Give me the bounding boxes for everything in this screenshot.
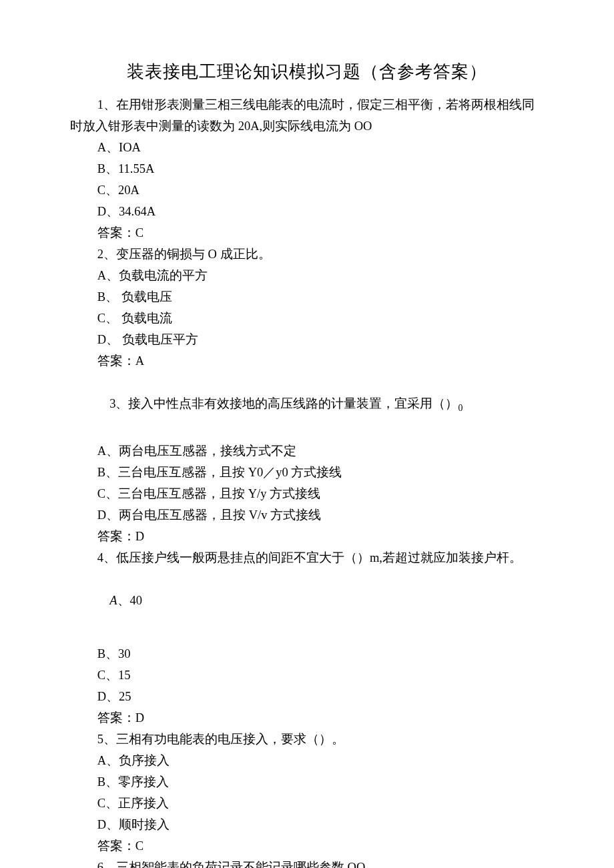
q5-option-b: B、零序接入 xyxy=(70,771,544,793)
q5-option-a: A、负序接入 xyxy=(70,750,544,771)
q4-option-c: C、15 xyxy=(70,665,544,686)
q6-stem: 6、三相智能表的负荷记录不能记录哪些参数 OO xyxy=(70,857,544,868)
q4-option-a-prefix: A xyxy=(109,594,117,607)
q3-stem-pre: 3、接入中性点非有效接地的高压线路的计量装置，宜采用（） xyxy=(109,397,458,410)
q1-option-c: C、20A xyxy=(70,179,544,201)
q5-stem: 5、三相有功电能表的电压接入，要求（）。 xyxy=(70,729,544,750)
q2-option-d: D、 负载电压平方 xyxy=(70,329,544,350)
q4-option-b: B、30 xyxy=(70,643,544,665)
q3-option-d: D、两台电压互感器，且按 V/v 方式接线 xyxy=(70,504,544,526)
q3-option-a: A、两台电压互感器，接线方式不定 xyxy=(70,440,544,462)
q3-answer: 答案：D xyxy=(70,526,544,547)
q5-option-c: C、正序接入 xyxy=(70,793,544,814)
q2-option-a: A、负载电流的平方 xyxy=(70,265,544,286)
q3-stem: 3、接入中性点非有效接地的高压线路的计量装置，宜采用（）0 xyxy=(70,372,544,440)
q3-option-b: B、三台电压互感器，且按 Y0／y0 方式接线 xyxy=(70,462,544,483)
q4-option-d: D、25 xyxy=(70,686,544,707)
q5-option-d: D、顺时接入 xyxy=(70,814,544,835)
q2-option-b: B、 负载电压 xyxy=(70,286,544,308)
q3-stem-sub: 0 xyxy=(458,403,463,413)
q2-option-c: C、 负载电流 xyxy=(70,308,544,329)
q1-option-a: A、IOA xyxy=(70,137,544,158)
q2-stem: 2、变压器的铜损与 O 成正比。 xyxy=(70,244,544,265)
q1-answer: 答案：C xyxy=(70,222,544,244)
spacer xyxy=(70,632,544,643)
page-title: 装表接电工理论知识模拟习题（含参考答案） xyxy=(70,60,544,83)
q4-stem: 4、低压接户线一般两悬挂点的间距不宜大于（）m,若超过就应加装接户杆。 xyxy=(70,547,544,568)
q4-option-a: A、40 xyxy=(70,568,544,632)
q5-answer: 答案：C xyxy=(70,835,544,857)
q2-answer: 答案：A xyxy=(70,350,544,372)
q1-option-b: B、11.55A xyxy=(70,158,544,179)
q4-answer: 答案：D xyxy=(70,707,544,729)
q4-option-a-val: 、40 xyxy=(117,594,143,607)
q1-option-d: D、34.64A xyxy=(70,201,544,222)
q3-option-c: C、三台电压互感器，且按 Y/y 方式接线 xyxy=(70,483,544,504)
document-page: 装表接电工理论知识模拟习题（含参考答案） 1、在用钳形表测量三相三线电能表的电流… xyxy=(0,0,614,868)
q1-stem: 1、在用钳形表测量三相三线电能表的电流时，假定三相平衡，若将两根相线同时放入钳形… xyxy=(70,94,544,137)
